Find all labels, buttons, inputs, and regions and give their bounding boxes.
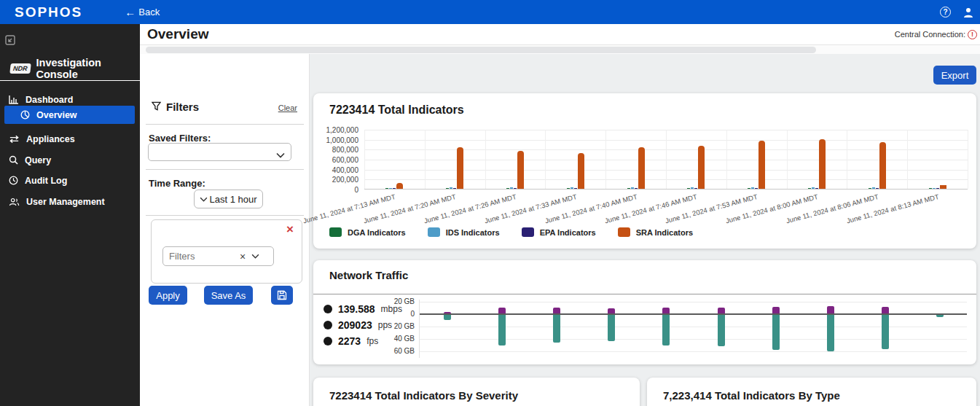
bar-ids-indicators: [751, 187, 754, 189]
central-connection-label: Central Connection:: [895, 30, 965, 39]
bar-dga-indicators: [687, 188, 690, 189]
bar-epa-indicators: [936, 188, 939, 189]
gridline: [420, 302, 967, 302]
bullet-icon: [324, 305, 332, 313]
y-axis-tick-label: 0: [388, 310, 415, 318]
indicators-by-type-card: 7,223,414 Total Indicators By Type: [647, 378, 976, 406]
chevron-down-icon[interactable]: [251, 254, 259, 259]
bar-dga-indicators: [627, 188, 630, 189]
sidebar: NDR Investigation Console DashboardOverv…: [0, 24, 140, 406]
funnel-icon: [152, 101, 161, 113]
gridline: [420, 351, 967, 352]
bar-epa-indicators: [755, 188, 758, 189]
bar-sra-indicators: [396, 183, 403, 189]
gridline: [485, 130, 486, 189]
sidebar-item-query[interactable]: Query: [4, 151, 135, 169]
search-icon: [9, 155, 18, 165]
gridline: [605, 130, 606, 189]
product-header: NDR Investigation Console: [10, 57, 140, 80]
clear-field-icon[interactable]: ×: [240, 251, 246, 262]
bar-dga-indicators: [748, 188, 750, 189]
divider: [313, 294, 976, 294]
save-filter-icon-button[interactable]: [271, 286, 293, 305]
bar-epa-indicators: [514, 188, 517, 189]
sidebar-item-user-management[interactable]: User Management: [4, 192, 135, 211]
network-traffic-title: Network Traffic: [329, 269, 408, 281]
y-axis-tick-label: 20 GB: [388, 297, 415, 305]
save-as-button[interactable]: Save As: [204, 286, 253, 305]
bar-upload: [718, 308, 725, 314]
bar-upload: [498, 308, 506, 314]
filters-heading: Filters: [152, 101, 199, 113]
bar-epa-indicators: [574, 188, 577, 189]
legend-swatch: [522, 227, 534, 237]
bar-epa-indicators: [393, 188, 396, 189]
sidebar-item-overview[interactable]: Overview: [4, 106, 135, 124]
time-range-value: Last 1 hour: [209, 194, 256, 205]
legend-item-ids-indicators[interactable]: IDS Indicators: [428, 227, 500, 237]
legend-item-sra-indicators[interactable]: SRA Indicators: [618, 227, 693, 237]
gridline: [666, 130, 667, 189]
sidebar-item-label: User Management: [26, 197, 105, 207]
gridline: [847, 130, 847, 189]
sidebar-item-audit-log[interactable]: Audit Log: [4, 171, 135, 190]
gridline: [726, 130, 727, 189]
bar-sra-indicators: [758, 141, 765, 189]
sidebar-item-label: Query: [25, 155, 51, 165]
bar-epa-indicators: [694, 188, 697, 189]
indicators-by-severity-title: 7223414 Total Indicators By Severity: [329, 389, 518, 402]
time-range-select[interactable]: Last 1 hour: [194, 190, 263, 208]
bar-upload: [662, 308, 670, 314]
sidebar-item-label: Dashboard: [26, 95, 73, 105]
bar-ids-indicators: [691, 187, 694, 189]
legend-item-dga-indicators[interactable]: DGA Indicators: [329, 227, 406, 237]
back-button[interactable]: ← Back: [125, 6, 160, 18]
product-name: Investigation Console: [36, 57, 141, 80]
user-account-icon[interactable]: [963, 7, 974, 18]
traffic-chart: [419, 300, 967, 358]
bar-ids-indicators: [510, 187, 513, 189]
bar-sra-indicators: [879, 142, 886, 189]
bar-dga-indicators: [385, 188, 388, 189]
connection-warning-icon[interactable]: !: [968, 30, 977, 39]
bar-upload: [882, 307, 889, 313]
sidebar-item-appliances[interactable]: Appliances: [4, 130, 135, 148]
saved-filters-select[interactable]: [148, 143, 291, 161]
clear-filters-link[interactable]: Clear: [278, 104, 297, 112]
filter-field-combo[interactable]: ×: [162, 246, 274, 266]
divider: [146, 215, 304, 216]
bar-download: [936, 315, 944, 317]
remove-filter-icon[interactable]: ×: [286, 223, 294, 235]
sidebar-item-label: Overview: [36, 110, 77, 120]
legend-swatch: [329, 227, 342, 237]
legend-label: IDS Indicators: [446, 228, 500, 237]
bar-ids-indicators: [450, 187, 452, 189]
bar-ids-indicators: [631, 187, 634, 189]
main-content: Filters Clear Saved Filters: Time Range:…: [140, 54, 980, 406]
bar-upload: [553, 308, 560, 313]
y-axis-tick-label: 1,000,000: [313, 136, 358, 144]
horizontal-scrollbar[interactable]: [146, 47, 816, 53]
export-button[interactable]: Export: [933, 66, 976, 85]
indicators-chart: [364, 130, 968, 190]
filter-field-input[interactable]: [169, 251, 238, 262]
bullet-icon: [324, 337, 332, 346]
gridline: [364, 130, 365, 189]
central-connection-status: Central Connection: !: [895, 30, 977, 39]
indicators-legend: DGA IndicatorsIDS IndicatorsEPA Indicato…: [329, 227, 693, 237]
bar-ids-indicators: [933, 188, 936, 189]
bar-upload: [827, 306, 834, 313]
help-icon[interactable]: ?: [940, 7, 951, 17]
y-axis-tick-label: 20 GB: [388, 322, 415, 330]
collapse-sidebar-icon[interactable]: [5, 35, 15, 48]
bar-sra-indicators: [517, 151, 524, 189]
gridline: [787, 130, 788, 189]
legend-label: SRA Indicators: [636, 228, 693, 237]
bar-upload: [444, 312, 451, 313]
bar-download: [718, 315, 725, 346]
apply-button[interactable]: Apply: [149, 286, 187, 305]
ndr-badge: NDR: [9, 63, 31, 74]
divider: [146, 124, 304, 125]
bar-chart-icon: [9, 95, 19, 104]
legend-item-epa-indicators[interactable]: EPA Indicators: [522, 227, 596, 237]
